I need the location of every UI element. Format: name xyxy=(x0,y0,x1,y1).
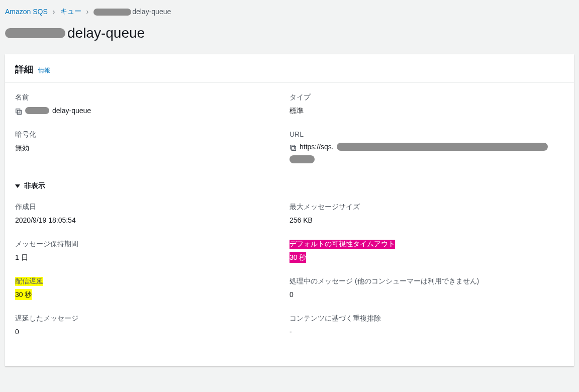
value-max-size: 256 KB xyxy=(290,215,554,226)
copy-icon[interactable] xyxy=(15,107,22,114)
label-name: 名前 xyxy=(15,93,279,102)
value-content-dedup: - xyxy=(290,326,554,337)
field-visibility: デフォルトの可視性タイムアウト 30 秒 xyxy=(290,240,554,263)
field-created: 作成日 2020/9/19 18:05:54 xyxy=(15,203,279,226)
value-delayed: 0 xyxy=(15,326,279,337)
details-panel: 詳細 情報 名前 delay-queue タイプ 標 xyxy=(5,54,574,366)
svg-rect-0 xyxy=(16,109,20,113)
breadcrumb-root[interactable]: Amazon SQS xyxy=(5,8,48,16)
collapse-toggle[interactable]: 非表示 xyxy=(15,181,564,190)
value-in-flight: 0 xyxy=(290,289,554,300)
breadcrumb-current: delay-queue xyxy=(93,8,171,16)
value-encryption: 無効 xyxy=(15,142,279,153)
field-encryption: 暗号化 無効 xyxy=(15,130,279,153)
redacted-text xyxy=(5,28,65,38)
copy-icon[interactable] xyxy=(290,143,297,150)
triangle-down-icon xyxy=(15,184,20,188)
label-in-flight: 処理中のメッセージ (他のコンシューマーは利用できません) xyxy=(290,277,554,286)
breadcrumb-queues[interactable]: キュー xyxy=(60,7,81,16)
redacted-text xyxy=(337,143,548,151)
breadcrumb: Amazon SQS › キュー › delay-queue xyxy=(0,0,579,22)
label-max-size: 最大メッセージサイズ xyxy=(290,203,554,212)
info-link[interactable]: 情報 xyxy=(38,66,50,75)
panel-body: 名前 delay-queue タイプ 標準 xyxy=(5,83,574,366)
page-title-suffix: delay-queue xyxy=(67,25,145,41)
label-created: 作成日 xyxy=(15,203,279,212)
label-url: URL xyxy=(290,130,554,138)
field-content-dedup: コンテンツに基づく重複排除 - xyxy=(290,314,554,337)
breadcrumb-current-suffix: delay-queue xyxy=(132,8,171,16)
field-delivery-delay: 配信遅延 30 秒 xyxy=(15,277,279,300)
chevron-right-icon: › xyxy=(53,8,55,16)
field-name: 名前 delay-queue xyxy=(15,93,279,116)
label-retention: メッセージ保持期間 xyxy=(15,240,279,249)
label-delivery-delay: 配信遅延 xyxy=(15,277,43,286)
panel-header: 詳細 情報 xyxy=(5,54,574,83)
label-encryption: 暗号化 xyxy=(15,130,279,139)
value-created: 2020/9/19 18:05:54 xyxy=(15,215,279,226)
field-in-flight: 処理中のメッセージ (他のコンシューマーは利用できません) 0 xyxy=(290,277,554,300)
field-max-size: 最大メッセージサイズ 256 KB xyxy=(290,203,554,226)
value-retention: 1 日 xyxy=(15,252,279,263)
redacted-text xyxy=(25,107,49,114)
label-type: タイプ xyxy=(290,93,554,102)
field-url: URL https://sqs. xyxy=(290,130,554,163)
chevron-right-icon: › xyxy=(86,8,89,16)
page-title: delay-queue xyxy=(0,22,579,54)
value-visibility: 30 秒 xyxy=(290,252,306,263)
redacted-text xyxy=(290,155,315,163)
value-type: 標準 xyxy=(290,105,554,116)
label-content-dedup: コンテンツに基づく重複排除 xyxy=(290,314,554,323)
value-delivery-delay: 30 秒 xyxy=(15,289,32,300)
label-visibility: デフォルトの可視性タイムアウト xyxy=(290,240,395,249)
redacted-text xyxy=(93,9,131,16)
value-url-prefix: https://sqs. xyxy=(300,141,334,152)
field-type: タイプ 標準 xyxy=(290,93,554,116)
field-retention: メッセージ保持期間 1 日 xyxy=(15,240,279,263)
svg-rect-1 xyxy=(291,145,295,149)
collapse-label: 非表示 xyxy=(24,181,45,190)
panel-heading: 詳細 xyxy=(15,63,33,75)
label-delayed: 遅延したメッセージ xyxy=(15,314,279,323)
value-name-suffix: delay-queue xyxy=(52,105,91,116)
field-delayed: 遅延したメッセージ 0 xyxy=(15,314,279,337)
